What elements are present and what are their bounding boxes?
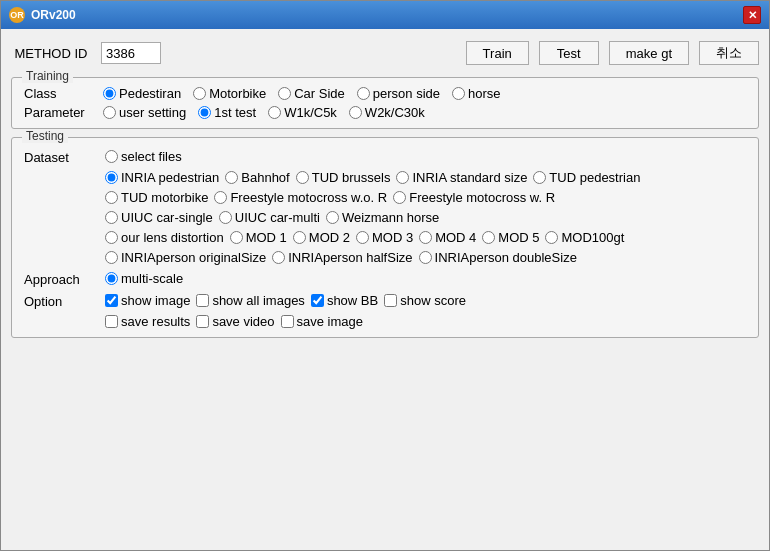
ds-inria-double[interactable]: INRIAperson doubleSize: [419, 250, 577, 265]
ds-fmc-wr-radio[interactable]: [393, 191, 406, 204]
opt-showbb-check[interactable]: [311, 294, 324, 307]
ds-inria-half[interactable]: INRIAperson halfSize: [272, 250, 412, 265]
ds-tud-brussels[interactable]: TUD brussels: [296, 170, 391, 185]
class-pedestiran-label: Pedestiran: [119, 86, 181, 101]
param-w2k-radio[interactable]: [349, 106, 362, 119]
ds-mod1[interactable]: MOD 1: [230, 230, 287, 245]
ds-inria-half-label: INRIAperson halfSize: [288, 250, 412, 265]
ds-mod4[interactable]: MOD 4: [419, 230, 476, 245]
method-id-input[interactable]: [101, 42, 161, 64]
ds-fmc-wr[interactable]: Freestyle motocross w. R: [393, 190, 555, 205]
opt-showscore[interactable]: show score: [384, 293, 466, 308]
param-w1k-radio[interactable]: [268, 106, 281, 119]
train-button[interactable]: Train: [466, 41, 529, 65]
ds-tud-moto-radio[interactable]: [105, 191, 118, 204]
opt-showimg[interactable]: show image: [105, 293, 190, 308]
ap-multiscale-radio[interactable]: [105, 272, 118, 285]
ap-multiscale[interactable]: multi-scale: [105, 271, 183, 286]
training-group: Training Class Pedestiran Motorbike Car …: [11, 77, 759, 129]
class-label: Class: [24, 86, 99, 101]
ds-inria-orig[interactable]: INRIAperson originalSize: [105, 250, 266, 265]
ds-tud-ped[interactable]: TUD pedestrian: [533, 170, 640, 185]
ds-bahnhof-radio[interactable]: [225, 171, 238, 184]
opt-showallimg[interactable]: show all images: [196, 293, 305, 308]
param-w2k[interactable]: W2k/C30k: [349, 105, 425, 120]
class-carside-radio[interactable]: [278, 87, 291, 100]
ds-inria-half-radio[interactable]: [272, 251, 285, 264]
ds-uiuc-single[interactable]: UIUC car-single: [105, 210, 213, 225]
ds-bahnhof[interactable]: Bahnhof: [225, 170, 289, 185]
ds-tud-brussels-label: TUD brussels: [312, 170, 391, 185]
ds-inria-double-radio[interactable]: [419, 251, 432, 264]
ds-mod3[interactable]: MOD 3: [356, 230, 413, 245]
ds-fmc-wor[interactable]: Freestyle motocross w.o. R: [214, 190, 387, 205]
ds-uiuc-multi[interactable]: UIUC car-multi: [219, 210, 320, 225]
ds-tud-ped-label: TUD pedestrian: [549, 170, 640, 185]
ds-mod1-label: MOD 1: [246, 230, 287, 245]
class-row: Class Pedestiran Motorbike Car Side: [24, 86, 746, 101]
class-pedestiran-radio[interactable]: [103, 87, 116, 100]
opt-saveresults[interactable]: save results: [105, 314, 190, 329]
opt-savevideo[interactable]: save video: [196, 314, 274, 329]
opt-showbb[interactable]: show BB: [311, 293, 378, 308]
close-button[interactable]: ✕: [743, 6, 761, 24]
ds-mod3-label: MOD 3: [372, 230, 413, 245]
opt-showimg-check[interactable]: [105, 294, 118, 307]
ds-mod1-radio[interactable]: [230, 231, 243, 244]
class-pedestiran[interactable]: Pedestiran: [103, 86, 181, 101]
class-horse[interactable]: horse: [452, 86, 501, 101]
class-motorbike[interactable]: Motorbike: [193, 86, 266, 101]
param-user[interactable]: user setting: [103, 105, 186, 120]
opt-showallimg-check[interactable]: [196, 294, 209, 307]
class-personside-radio[interactable]: [357, 87, 370, 100]
testing-group: Testing Dataset select files INRIA pedes…: [11, 137, 759, 338]
param-1st[interactable]: 1st test: [198, 105, 256, 120]
ds-mod3-radio[interactable]: [356, 231, 369, 244]
ds-lens[interactable]: our lens distortion: [105, 230, 224, 245]
opt-showimg-label: show image: [121, 293, 190, 308]
param-user-radio[interactable]: [103, 106, 116, 119]
ds-mod4-radio[interactable]: [419, 231, 432, 244]
ds-tud-brussels-radio[interactable]: [296, 171, 309, 184]
opt-showallimg-label: show all images: [212, 293, 305, 308]
ds-mod2-radio[interactable]: [293, 231, 306, 244]
ds-mod100[interactable]: MOD100gt: [545, 230, 624, 245]
ds-uiuc-multi-radio[interactable]: [219, 211, 232, 224]
ds-tud-ped-radio[interactable]: [533, 171, 546, 184]
ds-inria-std[interactable]: INRIA standard size: [396, 170, 527, 185]
opt-saveimage-check[interactable]: [281, 315, 294, 328]
class-motorbike-radio[interactable]: [193, 87, 206, 100]
ds-uiuc-single-radio[interactable]: [105, 211, 118, 224]
ds-mod100-radio[interactable]: [545, 231, 558, 244]
ds-inria-radio[interactable]: [105, 171, 118, 184]
class-carside[interactable]: Car Side: [278, 86, 345, 101]
opt-showscore-check[interactable]: [384, 294, 397, 307]
title-bar-left: OR ORv200: [9, 7, 76, 23]
opt-saveresults-check[interactable]: [105, 315, 118, 328]
ds-mod5-radio[interactable]: [482, 231, 495, 244]
ds-fmc-wor-label: Freestyle motocross w.o. R: [230, 190, 387, 205]
opt-saveimage[interactable]: save image: [281, 314, 363, 329]
opt-savevideo-check[interactable]: [196, 315, 209, 328]
ds-mod100-label: MOD100gt: [561, 230, 624, 245]
ds-weizmann-radio[interactable]: [326, 211, 339, 224]
ds-fmc-wor-radio[interactable]: [214, 191, 227, 204]
make-gt-button[interactable]: make gt: [609, 41, 689, 65]
test-button[interactable]: Test: [539, 41, 599, 65]
param-1st-radio[interactable]: [198, 106, 211, 119]
class-horse-radio[interactable]: [452, 87, 465, 100]
ds-tud-moto[interactable]: TUD motorbike: [105, 190, 208, 205]
ds-mod2[interactable]: MOD 2: [293, 230, 350, 245]
class-personside[interactable]: person side: [357, 86, 440, 101]
ds-inria-std-radio[interactable]: [396, 171, 409, 184]
ds-weizmann[interactable]: Weizmann horse: [326, 210, 439, 225]
ds-selectfiles[interactable]: select files: [105, 149, 182, 164]
ds-lens-radio[interactable]: [105, 231, 118, 244]
ds-selectfiles-radio[interactable]: [105, 150, 118, 163]
ds-inria-orig-radio[interactable]: [105, 251, 118, 264]
ds-inria[interactable]: INRIA pedestrian: [105, 170, 219, 185]
ds-mod5[interactable]: MOD 5: [482, 230, 539, 245]
param-w1k[interactable]: W1k/C5k: [268, 105, 337, 120]
cancel-button[interactable]: 취소: [699, 41, 759, 65]
dataset-row1: INRIA pedestrian Bahnhof TUD brussels IN…: [24, 170, 746, 185]
